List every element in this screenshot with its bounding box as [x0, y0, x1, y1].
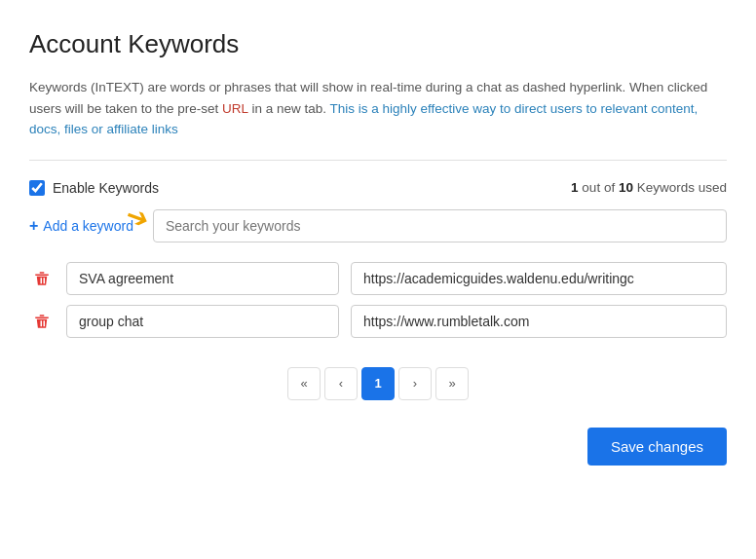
last-page-button[interactable]: »	[435, 367, 469, 400]
table-row	[29, 305, 727, 338]
keywords-used-total: 10	[619, 180, 633, 195]
keywords-used-count: 1	[571, 180, 579, 195]
trash-icon	[33, 313, 51, 330]
save-changes-button[interactable]: Save changes	[587, 428, 727, 466]
first-page-button[interactable]: «	[287, 367, 321, 400]
enable-row: Enable Keywords	[29, 180, 159, 196]
trash-icon	[33, 270, 51, 287]
keywords-used-of: out of	[582, 180, 619, 195]
next-page-button[interactable]: ›	[398, 367, 432, 400]
search-input[interactable]	[153, 209, 727, 242]
keyword-input-1[interactable]	[66, 262, 339, 295]
plus-icon: +	[29, 217, 38, 235]
keyword-input-2[interactable]	[66, 305, 339, 338]
keywords-list	[29, 262, 727, 338]
footer-row: Save changes	[29, 428, 727, 466]
delete-keyword-button-2[interactable]	[29, 309, 55, 334]
current-page-button[interactable]: 1	[361, 367, 395, 400]
delete-keyword-button-1[interactable]	[29, 266, 55, 291]
keywords-used-text: Keywords used	[637, 180, 727, 195]
add-keyword-label: Add a keyword	[43, 218, 133, 234]
enable-keywords-checkbox[interactable]	[29, 180, 45, 196]
keywords-used-counter: 1 out of 10 Keywords used	[571, 180, 727, 195]
url-input-2[interactable]	[351, 305, 727, 338]
pagination: « ‹ 1 › »	[29, 367, 727, 400]
page-title: Account Keywords	[29, 29, 727, 59]
add-keyword-button[interactable]: + Add a keyword	[29, 211, 133, 241]
table-row	[29, 262, 727, 295]
prev-page-button[interactable]: ‹	[324, 367, 358, 400]
url-input-1[interactable]	[351, 262, 727, 295]
action-search-row: + Add a keyword ➔	[29, 209, 727, 242]
controls-row: Enable Keywords 1 out of 10 Keywords use…	[29, 180, 727, 196]
page-description: Keywords (InTEXT) are words or phrases t…	[29, 77, 727, 161]
enable-keywords-label: Enable Keywords	[53, 180, 159, 196]
